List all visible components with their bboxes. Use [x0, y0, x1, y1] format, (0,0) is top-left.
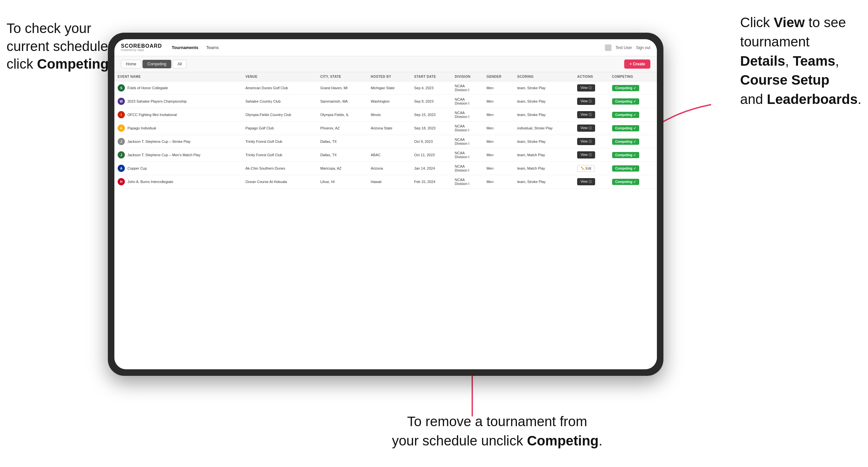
- annotation-top-right: Click View to see tournament Details, Te…: [740, 13, 862, 109]
- actions-cell: ✏️ Edit: [574, 162, 609, 175]
- table-row: HJohn A. Burns IntercollegiateOcean Cour…: [114, 175, 657, 189]
- view-button[interactable]: View ⓘ: [577, 84, 595, 92]
- user-icon: [605, 44, 612, 51]
- start-date-cell: Oct 11, 2023: [411, 148, 451, 162]
- tab-all[interactable]: All: [173, 60, 187, 68]
- scoring-cell: team, Stroke Play: [514, 95, 574, 108]
- competing-button[interactable]: Competing ✓: [612, 125, 639, 131]
- view-button[interactable]: View ⓘ: [577, 151, 595, 158]
- competing-cell: Competing ✓: [609, 162, 657, 175]
- team-logo: J: [118, 138, 125, 145]
- event-name: Jackson T. Stephens Cup – Men's Match Pl…: [127, 153, 200, 157]
- team-logo: J: [118, 151, 125, 158]
- event-name: Folds of Honor Collegiate: [127, 86, 168, 90]
- event-name: John A. Burns Intercollegiate: [127, 180, 173, 184]
- city-state-cell: Dallas, TX: [317, 135, 368, 148]
- hosted-by-cell: Hawaii: [367, 175, 411, 189]
- scoring-cell: team, Stroke Play: [514, 175, 574, 189]
- event-name: Jackson T. Stephens Cup – Stroke Play: [127, 139, 190, 144]
- table-body: SFolds of Honor CollegiateAmerican Dunes…: [114, 82, 657, 189]
- actions-cell: View ⓘ: [574, 108, 609, 122]
- table-row: JJackson T. Stephens Cup – Men's Match P…: [114, 148, 657, 162]
- actions-cell: View ⓘ: [574, 122, 609, 135]
- brand-name: SCOREBOARD: [121, 43, 162, 49]
- competing-button[interactable]: Competing ✓: [612, 98, 639, 104]
- competing-button[interactable]: Competing ✓: [612, 179, 639, 185]
- col-hosted-by: HOSTED BY: [367, 72, 411, 82]
- competing-cell: Competing ✓: [609, 175, 657, 189]
- table-row: IOFCC Fighting Illini InvitationalOlympi…: [114, 108, 657, 122]
- division-cell: NCAADivision I: [452, 95, 483, 108]
- col-scoring: SCORING: [514, 72, 574, 82]
- tab-home[interactable]: Home: [121, 60, 141, 68]
- filter-tabs: Home Competing All: [121, 60, 187, 68]
- team-logo: H: [118, 178, 125, 185]
- scoring-cell: team, Match Play: [514, 148, 574, 162]
- user-label: Test User: [615, 45, 632, 50]
- venue-cell: Papago Golf Club: [242, 122, 317, 135]
- event-name-cell: JJackson T. Stephens Cup – Stroke Play: [114, 135, 242, 148]
- hosted-by-cell: Arizona State: [367, 122, 411, 135]
- view-button[interactable]: View ⓘ: [577, 138, 595, 145]
- view-button[interactable]: View ⓘ: [577, 178, 595, 185]
- actions-cell: View ⓘ: [574, 82, 609, 95]
- table-row: JJackson T. Stephens Cup – Stroke PlayTr…: [114, 135, 657, 148]
- view-button[interactable]: View ⓘ: [577, 98, 595, 105]
- gender-cell: Men: [483, 82, 514, 95]
- brand-logo: SCOREBOARD Powered by clippi: [121, 43, 162, 52]
- city-state-cell: Grand Haven, MI: [317, 82, 368, 95]
- view-button[interactable]: View ⓘ: [577, 125, 595, 132]
- venue-cell: American Dunes Golf Club: [242, 82, 317, 95]
- app-navbar: SCOREBOARD Powered by clippi Tournaments…: [114, 39, 657, 56]
- competing-button[interactable]: Competing ✓: [612, 112, 639, 118]
- nav-teams[interactable]: Teams: [206, 45, 219, 50]
- competing-button[interactable]: Competing ✓: [612, 152, 639, 158]
- division-cell: NCAADivision I: [452, 82, 483, 95]
- brand-sub: Powered by clippi: [121, 49, 162, 52]
- competing-button[interactable]: Competing ✓: [612, 85, 639, 91]
- venue-cell: Sahalee Country Club: [242, 95, 317, 108]
- team-logo: S: [118, 84, 125, 92]
- event-name-cell: IOFCC Fighting Illini Invitational: [114, 108, 242, 122]
- venue-cell: Ocean Course At Hokuala: [242, 175, 317, 189]
- venue-cell: Trinity Forest Golf Club: [242, 135, 317, 148]
- col-division: DIVISION: [452, 72, 483, 82]
- scoring-cell: team, Stroke Play: [514, 108, 574, 122]
- nav-links: Tournaments Teams: [172, 45, 605, 50]
- start-date-cell: Oct 9, 2023: [411, 135, 451, 148]
- tournaments-table: EVENT NAME VENUE CITY, STATE HOSTED BY S…: [114, 72, 657, 189]
- view-button[interactable]: View ⓘ: [577, 111, 595, 118]
- start-date-cell: Sep 15, 2023: [411, 108, 451, 122]
- table-row: SFolds of Honor CollegiateAmerican Dunes…: [114, 82, 657, 95]
- nav-tournaments[interactable]: Tournaments: [172, 45, 198, 50]
- gender-cell: Men: [483, 122, 514, 135]
- event-name: Copper Cup: [127, 166, 147, 170]
- scoring-cell: team, Stroke Play: [514, 135, 574, 148]
- table-row: ACopper CupAk-Chin Southern DunesMaricop…: [114, 162, 657, 175]
- gender-cell: Men: [483, 135, 514, 148]
- gender-cell: Men: [483, 162, 514, 175]
- filter-bar: Home Competing All + Create: [114, 56, 657, 72]
- event-name-cell: W2023 Sahalee Players Championship: [114, 95, 242, 108]
- table-row: W2023 Sahalee Players ChampionshipSahale…: [114, 95, 657, 108]
- col-event-name: EVENT NAME: [114, 72, 242, 82]
- col-gender: GENDER: [483, 72, 514, 82]
- tablet-device: SCOREBOARD Powered by clippi Tournaments…: [108, 33, 663, 376]
- create-button[interactable]: + Create: [624, 60, 650, 69]
- start-date-cell: Jan 14, 2024: [411, 162, 451, 175]
- scoring-cell: team, Match Play: [514, 162, 574, 175]
- city-state-cell: Olympia Fields, IL: [317, 108, 368, 122]
- edit-button[interactable]: ✏️ Edit: [577, 165, 595, 172]
- competing-button[interactable]: Competing ✓: [612, 165, 639, 172]
- tab-competing[interactable]: Competing: [143, 60, 171, 68]
- division-cell: NCAADivision I: [452, 108, 483, 122]
- sign-out-link[interactable]: Sign out: [636, 45, 650, 50]
- competing-cell: Competing ✓: [609, 135, 657, 148]
- division-cell: NCAADivision I: [452, 122, 483, 135]
- competing-cell: Competing ✓: [609, 95, 657, 108]
- hosted-by-cell: ABAC: [367, 148, 411, 162]
- competing-button[interactable]: Competing ✓: [612, 138, 639, 145]
- city-state-cell: Maricopa, AZ: [317, 162, 368, 175]
- city-state-cell: Phoenix, AZ: [317, 122, 368, 135]
- team-logo: A: [118, 125, 125, 132]
